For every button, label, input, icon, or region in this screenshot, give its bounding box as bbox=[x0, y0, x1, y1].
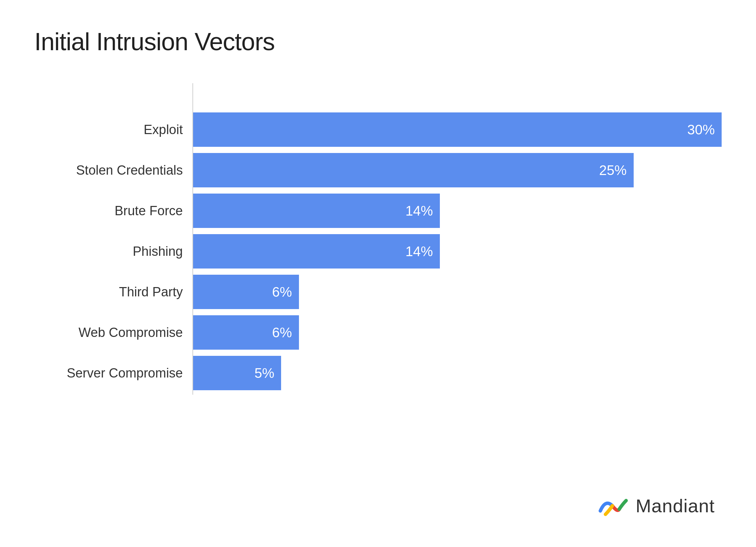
bar-value: 6% bbox=[272, 325, 292, 340]
bar-row: Third Party6% bbox=[193, 273, 722, 311]
bar-value: 14% bbox=[405, 244, 433, 259]
page-container: Initial Intrusion Vectors Exploit30%Stol… bbox=[0, 0, 756, 547]
bar-row: Stolen Credentials25% bbox=[193, 151, 722, 189]
bar-track: 14% bbox=[193, 234, 722, 269]
bar-label: Brute Force bbox=[49, 204, 193, 218]
bar-row: Server Compromise5% bbox=[193, 354, 722, 392]
bar-label: Exploit bbox=[49, 122, 193, 137]
bar-label: Phishing bbox=[49, 244, 193, 259]
bar-label: Third Party bbox=[49, 285, 193, 299]
mandiant-logo-text: Mandiant bbox=[636, 495, 715, 516]
bar-label: Web Compromise bbox=[49, 325, 193, 340]
bar-value: 30% bbox=[687, 122, 715, 138]
bar-track: 5% bbox=[193, 356, 722, 390]
bar-row: Phishing14% bbox=[193, 232, 722, 270]
bar-fill: 25% bbox=[193, 153, 634, 187]
page-title: Initial Intrusion Vectors bbox=[34, 28, 722, 56]
bar-row: Web Compromise6% bbox=[193, 314, 722, 351]
bar-track: 25% bbox=[193, 153, 722, 187]
bar-label: Server Compromise bbox=[49, 366, 193, 381]
bar-fill: 5% bbox=[193, 356, 281, 390]
bar-track: 30% bbox=[193, 112, 722, 147]
bar-track: 6% bbox=[193, 315, 722, 350]
bar-value: 5% bbox=[255, 365, 275, 381]
bars-wrapper: Exploit30%Stolen Credentials25%Brute For… bbox=[193, 83, 722, 395]
chart-inner: Exploit30%Stolen Credentials25%Brute For… bbox=[192, 83, 722, 395]
bar-value: 6% bbox=[272, 284, 292, 300]
mandiant-logo: Mandiant bbox=[599, 492, 715, 519]
bar-value: 25% bbox=[599, 163, 627, 178]
bar-track: 6% bbox=[193, 275, 722, 309]
bar-fill: 6% bbox=[193, 275, 299, 309]
bar-fill: 30% bbox=[193, 112, 722, 147]
bar-label: Stolen Credentials bbox=[49, 163, 193, 178]
mandiant-logo-icon bbox=[599, 492, 630, 519]
bar-track: 14% bbox=[193, 194, 722, 228]
chart-area: Exploit30%Stolen Credentials25%Brute For… bbox=[34, 83, 722, 395]
bar-fill: 6% bbox=[193, 315, 299, 350]
bar-row: Exploit30% bbox=[193, 111, 722, 149]
bar-row: Brute Force14% bbox=[193, 192, 722, 230]
bar-value: 14% bbox=[405, 203, 433, 219]
bar-fill: 14% bbox=[193, 194, 440, 228]
bar-fill: 14% bbox=[193, 234, 440, 269]
